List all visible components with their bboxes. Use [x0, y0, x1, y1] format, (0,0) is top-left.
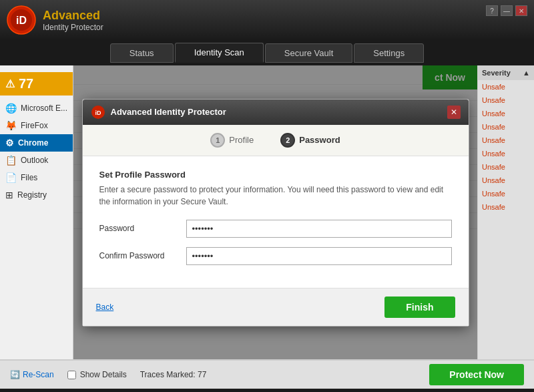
content-area: ct Now iD Advanced I [73, 65, 477, 359]
minimize-button[interactable]: — [501, 5, 513, 16]
rescan-link[interactable]: 🔄 Re-Scan [10, 370, 54, 379]
sidebar-item-label-registry: Registry [17, 190, 47, 200]
modal-overlay: iD Advanced Identity Protector ✕ 1 Profi… [73, 65, 477, 359]
severity-item-10: Unsafe [478, 200, 534, 214]
tab-status[interactable]: Status [110, 43, 174, 63]
rescan-label: Re-Scan [23, 370, 54, 379]
severity-item-3: Unsafe [478, 107, 534, 120]
severity-item-2: Unsafe [478, 93, 534, 107]
sidebar: ⚠ 77 🌐 Microsoft E... 🦊 FireFox ⚙ Chrome… [0, 65, 73, 359]
traces-info: Traces Marked: 77 [140, 370, 207, 379]
files-icon: 📄 [5, 172, 17, 183]
step-profile: 1 Profile [210, 133, 254, 148]
step-2-number: 2 [280, 133, 295, 148]
password-row: Password [99, 220, 452, 238]
finish-button[interactable]: Finish [384, 297, 455, 318]
show-details-row: Show Details [67, 370, 127, 379]
sidebar-item-files[interactable]: 📄 Files [0, 169, 73, 186]
sidebar-item-chrome[interactable]: ⚙ Chrome [0, 134, 73, 152]
app-name-block: Advanced Identity Protector [43, 9, 103, 32]
severity-item-6: Unsafe [478, 147, 534, 160]
severity-column: Severity ▲ Unsafe Unsafe Unsafe Unsafe U… [477, 65, 534, 359]
svg-text:iD: iD [16, 15, 27, 26]
severity-label: Severity [482, 69, 511, 77]
microsoft-icon: 🌐 [5, 103, 17, 114]
title-bar: iD Advanced Identity Protector ? — ✕ [0, 0, 534, 40]
traces-count: 77 [198, 370, 206, 379]
severity-item-9: Unsafe [478, 187, 534, 200]
severity-item-5: Unsafe [478, 134, 534, 147]
chrome-icon: ⚙ [5, 138, 14, 148]
modal-dialog: iD Advanced Identity Protector ✕ 1 Profi… [82, 99, 469, 327]
protect-now-button[interactable]: Protect Now [429, 364, 524, 385]
modal-body: Set Profile Password Enter a secure pass… [83, 156, 469, 288]
traces-label: Traces Marked: [140, 370, 196, 379]
step-1-label: Profile [229, 135, 254, 145]
modal-footer: Back Finish [83, 288, 469, 326]
modal-titlebar: iD Advanced Identity Protector ✕ [83, 100, 469, 125]
sidebar-item-registry[interactable]: ⊞ Registry [0, 186, 73, 204]
outlook-icon: 📋 [5, 155, 17, 166]
confirm-password-row: Confirm Password [99, 247, 452, 265]
main-content: ⚠ 77 🌐 Microsoft E... 🦊 FireFox ⚙ Chrome… [0, 65, 534, 359]
severity-item-7: Unsafe [478, 160, 534, 174]
sidebar-item-label-files: Files [21, 173, 37, 182]
sidebar-count: 77 [19, 76, 33, 91]
help-button[interactable]: ? [486, 5, 498, 16]
sidebar-item-label-outlook: Outlook [21, 156, 48, 165]
nav-tabs: Status Identity Scan Secure Vault Settin… [0, 40, 534, 65]
severity-header: Severity ▲ [478, 65, 534, 80]
modal-steps: 1 Profile 2 Password [83, 125, 469, 156]
severity-scroll-icon: ▲ [523, 69, 530, 77]
sidebar-item-label-firefox: FireFox [21, 121, 48, 130]
modal-section-desc: Enter a secure password to protect your … [99, 184, 452, 208]
tab-secure-vault[interactable]: Secure Vault [265, 43, 352, 63]
tab-identity-scan[interactable]: Identity Scan [175, 43, 264, 63]
firefox-icon: 🦊 [5, 120, 17, 131]
window-controls: ? — ✕ [486, 5, 527, 16]
show-details-checkbox[interactable] [67, 371, 76, 379]
version-bar: Application Version 2.1.1000.2540 >>TWEA… [0, 389, 534, 392]
sidebar-item-outlook[interactable]: 📋 Outlook [0, 152, 73, 169]
modal-logo-icon: iD [91, 105, 105, 120]
bottom-bar: 🔄 Re-Scan Show Details Traces Marked: 77… [0, 359, 534, 389]
password-input[interactable] [186, 220, 452, 238]
tab-settings[interactable]: Settings [354, 43, 424, 63]
severity-item-8: Unsafe [478, 174, 534, 187]
modal-section-title: Set Profile Password [99, 170, 452, 180]
sidebar-item-label-microsoft: Microsoft E... [21, 104, 67, 113]
sidebar-item-microsoft[interactable]: 🌐 Microsoft E... [0, 100, 73, 117]
app-subtitle: Identity Protector [43, 23, 103, 32]
severity-item-1: Unsafe [478, 80, 534, 93]
step-password: 2 Password [280, 133, 340, 148]
registry-icon: ⊞ [5, 190, 13, 200]
modal-title-text: Advanced Identity Protector [111, 107, 442, 117]
password-label: Password [99, 224, 186, 233]
severity-item-4: Unsafe [478, 120, 534, 134]
rescan-icon: 🔄 [10, 370, 20, 379]
confirm-password-label: Confirm Password [99, 251, 186, 260]
close-button[interactable]: ✕ [515, 5, 527, 16]
app-title: Advanced [43, 9, 103, 23]
warning-icon: ⚠ [5, 77, 15, 90]
show-details-label: Show Details [80, 370, 127, 379]
confirm-password-input[interactable] [186, 247, 452, 265]
sidebar-item-label-chrome: Chrome [18, 138, 48, 148]
back-button[interactable]: Back [96, 303, 114, 312]
step-1-number: 1 [210, 133, 225, 148]
sidebar-header: ⚠ 77 [0, 72, 73, 95]
step-2-label: Password [299, 135, 340, 145]
sidebar-item-firefox[interactable]: 🦊 FireFox [0, 117, 73, 134]
app-logo: iD [7, 5, 36, 35]
svg-text:iD: iD [95, 110, 101, 116]
modal-close-button[interactable]: ✕ [447, 106, 461, 119]
